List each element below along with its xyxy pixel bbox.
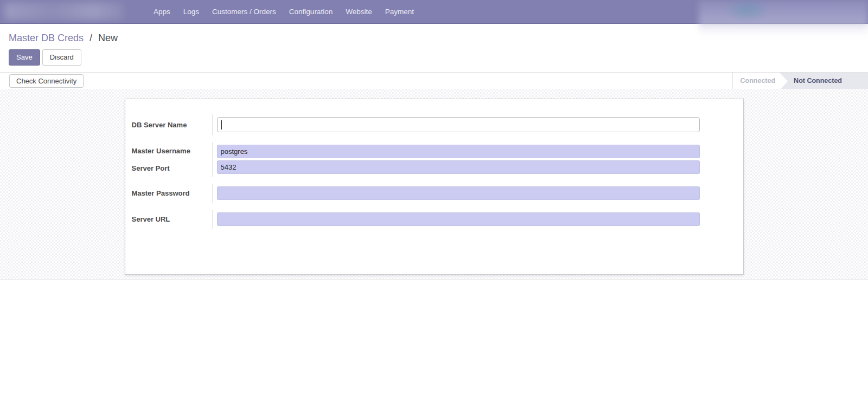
master-password-input[interactable] [217, 186, 700, 200]
db-server-name-value-cell [212, 114, 700, 135]
master-username-input[interactable] [217, 145, 700, 158]
nav-menu: Apps Logs Customers / Orders Configurati… [147, 0, 420, 23]
master-username-value-cell [212, 142, 700, 159]
server-url-value-cell [212, 210, 700, 229]
field-group-db-server-name: DB Server Name [132, 114, 700, 135]
breadcrumb-parent-link[interactable]: Master DB Creds [9, 33, 84, 43]
master-password-label: Master Password [132, 184, 212, 203]
action-buttons-row: Save Discard [9, 49, 859, 66]
statusbar: Connected Not Connected [732, 73, 868, 89]
save-button[interactable]: Save [9, 49, 40, 66]
master-password-value-cell [212, 184, 700, 203]
nav-item-apps[interactable]: Apps [147, 0, 177, 23]
nav-item-customers-orders[interactable]: Customers / Orders [206, 0, 283, 23]
top-navbar: Apps Logs Customers / Orders Configurati… [0, 0, 868, 24]
nav-item-configuration[interactable]: Configuration [283, 0, 339, 23]
server-port-label: Server Port [132, 159, 212, 177]
text-cursor [221, 120, 222, 130]
discard-button[interactable]: Discard [42, 49, 81, 66]
field-row-master-password: Master Password [132, 184, 700, 203]
field-row-server-port: Server Port [132, 159, 700, 177]
field-row-server-url: Server URL [132, 210, 700, 229]
db-server-name-label: DB Server Name [132, 114, 212, 135]
field-row-db-server-name: DB Server Name [132, 114, 700, 135]
field-group-credentials: Master Username Server Port [132, 142, 700, 177]
status-stage-not-connected[interactable]: Not Connected [788, 73, 868, 89]
form-toolbar: Check Connectivity Connected Not Connect… [0, 72, 868, 89]
field-group-master-password: Master Password [132, 184, 700, 203]
breadcrumb-current: New [98, 33, 118, 43]
db-server-name-input[interactable] [217, 117, 700, 132]
work-area-background: DB Server Name Master Username Server Po… [0, 89, 868, 280]
breadcrumb-separator: / [90, 33, 92, 43]
status-arrow-separator [780, 73, 788, 89]
check-connectivity-button[interactable]: Check Connectivity [9, 74, 84, 88]
blurred-brand-logo [4, 3, 124, 20]
nav-item-logs[interactable]: Logs [177, 0, 206, 23]
server-url-label: Server URL [132, 210, 212, 229]
server-port-value-cell [212, 159, 700, 177]
master-username-label: Master Username [132, 142, 212, 159]
breadcrumb: Master DB Creds / New [9, 31, 859, 44]
control-panel: Master DB Creds / New Save Discard [0, 24, 868, 72]
field-group-server-url: Server URL [132, 210, 700, 229]
nav-item-payment[interactable]: Payment [379, 0, 420, 23]
form-sheet: DB Server Name Master Username Server Po… [125, 99, 744, 275]
server-port-input[interactable] [217, 160, 700, 174]
status-stage-connected[interactable]: Connected [732, 73, 780, 89]
field-row-master-username: Master Username [132, 142, 700, 159]
server-url-input[interactable] [217, 212, 700, 226]
nav-item-website[interactable]: Website [339, 0, 379, 23]
